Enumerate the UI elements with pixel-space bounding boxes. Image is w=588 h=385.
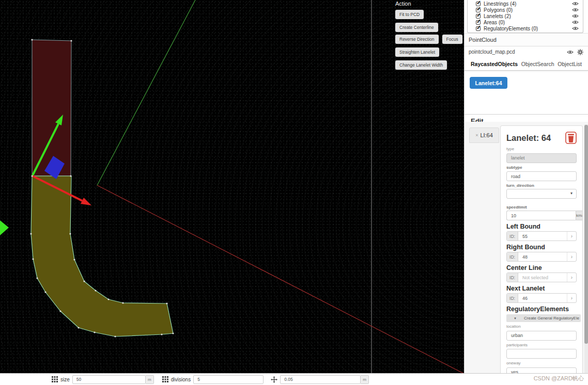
size-input[interactable] [72, 375, 146, 384]
focus-button[interactable]: Focus [442, 35, 462, 44]
red-axis-arrow-head [81, 198, 91, 205]
step-group: m [271, 375, 369, 384]
tab-raycastedobjects[interactable]: RaycastedObjects [471, 61, 518, 67]
layer-row-regulatoryelements[interactable]: ✓ RegulatoryElements (0) [468, 25, 583, 31]
left-bound-id-value[interactable]: 55 [518, 232, 567, 240]
grid-divisions-group: divisions [162, 375, 264, 384]
chevron-right-icon[interactable]: › [567, 252, 576, 261]
turn-direction-select[interactable]: ▾ [506, 189, 577, 199]
direction-triangle-marker[interactable] [0, 220, 9, 235]
chevron-right-icon[interactable]: › [567, 294, 576, 302]
location-input[interactable] [506, 331, 577, 341]
layer-label: Linestrings (4) [484, 1, 516, 7]
map-canvas[interactable]: Action Fit to PCD Create Centerline Reve… [0, 0, 464, 373]
type-input [506, 153, 577, 163]
layer-row-lanelets[interactable]: ✓ Lanelets (2) [468, 13, 583, 19]
regulatory-elements-heading: RegulatoryElements [506, 306, 577, 313]
divisions-label: divisions [171, 377, 191, 382]
green-boundary-line[interactable] [97, 0, 195, 185]
layer-row-linestrings[interactable]: ✓ Linestrings (4) [468, 1, 583, 7]
eye-icon[interactable] [572, 13, 579, 19]
left-bound-heading: Left Bound [506, 223, 577, 230]
speedlimit-input[interactable] [506, 211, 576, 220]
eye-icon[interactable] [572, 26, 579, 31]
step-input[interactable] [280, 375, 361, 384]
layer-label: Lanelets (2) [484, 13, 511, 19]
eye-icon[interactable] [567, 50, 574, 55]
lanelet-properties-card: Lanelet: 64 type subtype turn_direction [500, 125, 583, 373]
right-bound-row: ID: 48 › [506, 252, 577, 262]
grid-settings-bar: size m divisions m [0, 373, 588, 385]
chevron-right-icon[interactable]: › [567, 273, 576, 282]
pointcloud-section-header: PointCloud [465, 33, 588, 46]
step-unit: m [361, 375, 369, 384]
watermark-text: CSDN @ZARD帆心 [534, 375, 584, 382]
chevron-down-icon[interactable]: ▾ [506, 316, 524, 320]
change-lanelet-width-button[interactable]: Change Lanelet Width [395, 60, 447, 70]
edit-tab-li64[interactable]: × LI:64 [469, 127, 499, 143]
subtype-input[interactable] [506, 171, 577, 181]
object-tabs: RaycastedObjects ObjectSearch ObjectList [465, 57, 588, 71]
layer-row-polygons[interactable]: ✓ Polygons (0) [468, 7, 583, 13]
center-line-heading: Center Line [506, 265, 577, 271]
id-label: ID: [507, 273, 518, 282]
grid-icon [52, 376, 58, 382]
participants-input[interactable] [506, 349, 577, 359]
lanelet-strip-polygon[interactable] [32, 40, 71, 176]
create-regulatory-element-control[interactable]: ▾ Create General RegulatoryEle [506, 314, 581, 322]
eye-icon[interactable] [572, 20, 579, 25]
layer-label: Polygons (0) [484, 7, 513, 13]
tab-objectlist[interactable]: ObjectList [558, 61, 582, 67]
straighten-lanelet-button[interactable]: Straighten Lanelet [395, 47, 439, 57]
grid-icon [162, 376, 168, 382]
create-regulatory-element-button[interactable]: Create General RegulatoryEle [524, 316, 579, 320]
scene-graphics [0, 0, 464, 373]
scrollbar-thumb[interactable] [584, 125, 588, 344]
next-lanelet-id-value[interactable]: 46 [518, 294, 567, 302]
edit-tab-label: LI:64 [480, 132, 492, 138]
layer-row-areas[interactable]: ✓ Areas (0) [468, 19, 583, 25]
type-label: type [506, 147, 577, 151]
left-bound-row: ID: 55 › [506, 231, 577, 241]
right-panel: ✓ Linestrings (4) ✓ Polygons (0) ✓ Lanel… [464, 0, 588, 373]
eye-icon[interactable] [572, 7, 579, 12]
right-bound-id-value[interactable]: 48 [518, 252, 567, 261]
chevron-right-icon[interactable]: › [567, 232, 576, 240]
subtype-label: subtype [506, 165, 577, 170]
layer-label: RegulatoryElements (0) [484, 26, 538, 31]
layers-list: ✓ Linestrings (4) ✓ Polygons (0) ✓ Lanel… [467, 0, 583, 33]
pointcloud-file-name: pointcloud_map.pcd [469, 49, 515, 55]
location-label: location [506, 324, 577, 329]
oneway-input[interactable] [506, 367, 577, 374]
gear-icon[interactable] [577, 49, 583, 55]
fit-to-pcd-button[interactable]: Fit to PCD [395, 10, 424, 19]
right-bound-heading: Right Bound [506, 244, 577, 251]
chevron-down-icon: ▾ [570, 191, 572, 196]
close-icon[interactable]: × [475, 133, 478, 138]
divisions-input[interactable] [193, 375, 264, 384]
oneway-label: oneway [506, 361, 577, 365]
center-line-row: ID: Not selected › [506, 272, 577, 282]
pointcloud-file-row[interactable]: pointcloud_map.pcd [465, 46, 588, 57]
tab-objectsearch[interactable]: ObjectSearch [521, 61, 554, 67]
id-label: ID: [507, 252, 518, 261]
reverse-direction-button[interactable]: Reverse Direction [395, 35, 439, 44]
turn-direction-label: turn_direction [506, 183, 577, 188]
edit-panel: × LI:64 Lanelet: 64 type subt [465, 122, 588, 373]
selected-lanelet-polygon[interactable] [31, 176, 173, 336]
edit-scrollbar[interactable] [584, 124, 588, 373]
grid-size-group: size m [52, 375, 154, 384]
next-lanelet-row: ID: 46 › [506, 293, 577, 303]
create-centerline-button[interactable]: Create Centerline [395, 23, 438, 32]
eye-icon[interactable] [572, 1, 579, 6]
id-label: ID: [507, 232, 518, 240]
lanelet-64-button[interactable]: Lanelet:64 [470, 77, 507, 89]
size-unit: m [146, 375, 154, 384]
participants-label: participants [506, 343, 577, 347]
raycasted-objects-area: Lanelet:64 [465, 77, 588, 114]
delete-lanelet-icon[interactable] [565, 132, 577, 144]
checkbox-checked[interactable]: ✓ [476, 26, 481, 31]
center-line-id-placeholder[interactable]: Not selected [518, 273, 567, 282]
action-panel-title: Action [395, 1, 460, 7]
red-boundary-line[interactable] [97, 185, 464, 373]
